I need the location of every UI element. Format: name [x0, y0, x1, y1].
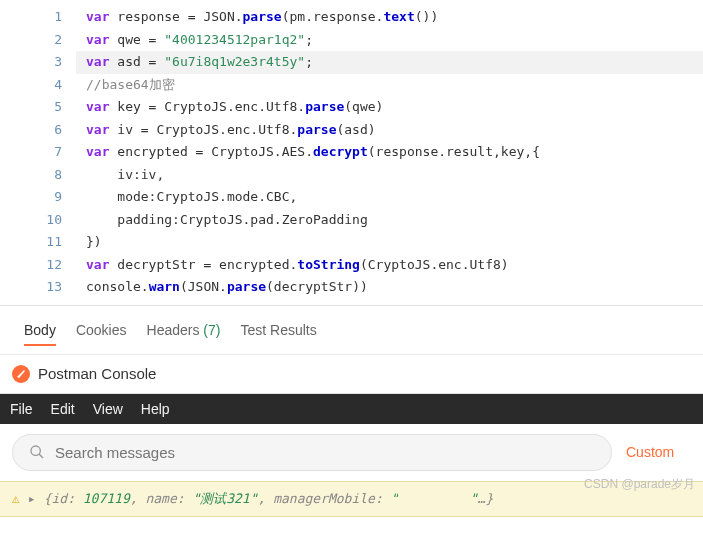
menu-file[interactable]: File	[10, 401, 33, 417]
line-number: 1	[0, 6, 62, 29]
code-line[interactable]: var response = JSON.parse(pm.response.te…	[76, 6, 703, 29]
line-number: 4	[0, 74, 62, 97]
log-text: {id: 107119, name: "测试321", managerMobil…	[44, 490, 494, 508]
menu-edit[interactable]: Edit	[51, 401, 75, 417]
svg-point-0	[31, 446, 40, 455]
response-tabs: Body Cookies Headers (7) Test Results	[0, 306, 703, 355]
tab-cookies[interactable]: Cookies	[76, 316, 127, 344]
console-menubar: File Edit View Help	[0, 394, 703, 424]
menu-view[interactable]: View	[93, 401, 123, 417]
search-box[interactable]	[12, 434, 612, 471]
code-line[interactable]: padding:CryptoJS.pad.ZeroPadding	[76, 209, 703, 232]
tab-test-results[interactable]: Test Results	[240, 316, 316, 344]
code-line[interactable]: console.warn(JSON.parse(decryptStr))	[76, 276, 703, 299]
code-line[interactable]: var encrypted = CryptoJS.AES.decrypt(res…	[76, 141, 703, 164]
tab-headers[interactable]: Headers (7)	[147, 316, 221, 344]
code-editor[interactable]: 12345678910111213 var response = JSON.pa…	[0, 0, 703, 306]
line-number: 5	[0, 96, 62, 119]
code-line[interactable]: })	[76, 231, 703, 254]
search-input[interactable]	[55, 444, 595, 461]
line-number: 9	[0, 186, 62, 209]
line-number: 3	[0, 51, 62, 74]
custom-button[interactable]: Custom	[626, 444, 674, 460]
code-line[interactable]: var iv = CryptoJS.enc.Utf8.parse(asd)	[76, 119, 703, 142]
menu-help[interactable]: Help	[141, 401, 170, 417]
line-number: 8	[0, 164, 62, 187]
line-number: 11	[0, 231, 62, 254]
line-number: 12	[0, 254, 62, 277]
search-icon	[29, 444, 45, 460]
code-line[interactable]: var decryptStr = encrypted.toString(Cryp…	[76, 254, 703, 277]
expand-icon[interactable]: ▸	[28, 491, 36, 506]
code-area[interactable]: var response = JSON.parse(pm.response.te…	[76, 0, 703, 305]
redacted-value: xxxx	[398, 491, 469, 506]
warning-icon: ⚠	[12, 491, 20, 506]
code-line[interactable]: iv:iv,	[76, 164, 703, 187]
headers-count: (7)	[203, 322, 220, 338]
code-line[interactable]: var key = CryptoJS.enc.Utf8.parse(qwe)	[76, 96, 703, 119]
line-gutter: 12345678910111213	[0, 0, 76, 305]
tab-body[interactable]: Body	[24, 316, 56, 346]
console-title-bar: Postman Console	[0, 355, 703, 394]
postman-icon	[12, 365, 30, 383]
line-number: 10	[0, 209, 62, 232]
code-line[interactable]: var qwe = "4001234512par1q2";	[76, 29, 703, 52]
line-number: 7	[0, 141, 62, 164]
svg-line-1	[39, 454, 43, 458]
line-number: 6	[0, 119, 62, 142]
code-line[interactable]: mode:CryptoJS.mode.CBC,	[76, 186, 703, 209]
code-line[interactable]: var asd = "6u7i8q1w2e3r4t5y";	[76, 51, 703, 74]
code-line[interactable]: //base64加密	[76, 74, 703, 97]
line-number: 2	[0, 29, 62, 52]
line-number: 13	[0, 276, 62, 299]
console-title: Postman Console	[38, 365, 156, 382]
watermark: CSDN @parade岁月	[584, 476, 695, 493]
console-toolbar: Custom	[0, 424, 703, 481]
